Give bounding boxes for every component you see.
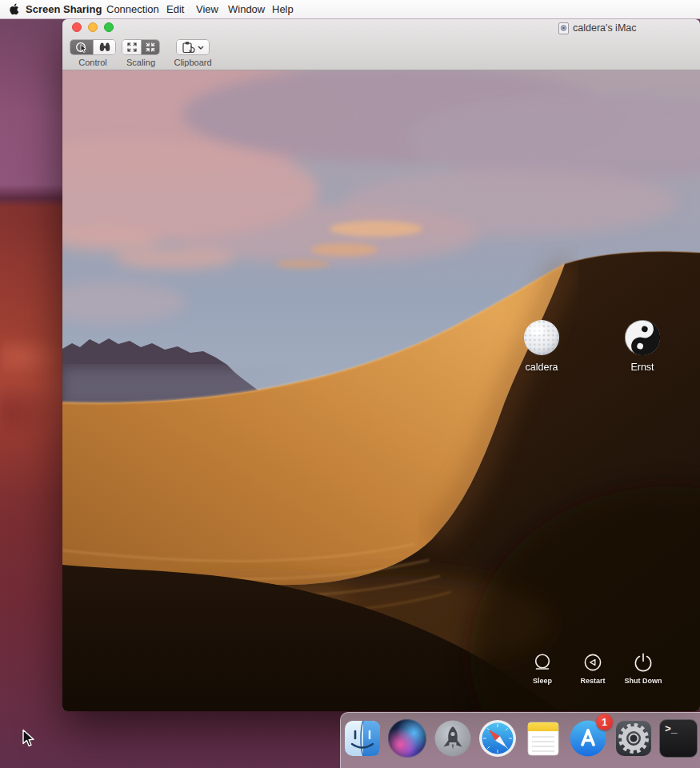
dock-item-app-store[interactable]: 1 [569,719,607,758]
dock: 1 >_ [340,712,700,768]
actual-size-expand-icon [126,41,138,54]
sleep-button[interactable]: Sleep [514,652,570,685]
finder-icon [343,719,382,758]
siri-icon [388,719,426,758]
menu-item-window[interactable]: Window [228,0,265,18]
fit-to-window-button[interactable] [141,40,159,54]
power-icon [633,652,654,673]
restart-icon [582,652,603,673]
menu-item-help[interactable]: Help [272,0,294,18]
launchpad-rocket-icon [434,719,472,758]
toolbar-group-clipboard: Clipboard [165,39,221,67]
close-button[interactable] [72,22,82,32]
user-caldera[interactable]: caldera [506,319,578,373]
dock-item-notes[interactable] [524,719,562,758]
yin-yang-avatar[interactable] [624,319,661,356]
dock-item-terminal[interactable]: >_ [659,719,698,758]
golf-ball-avatar[interactable] [523,319,560,356]
mouse-cursor [22,729,36,748]
user-ernst[interactable]: Ernst [606,319,678,373]
app-store-badge: 1 [596,714,613,730]
menu-item-connection[interactable]: Connection [106,0,159,18]
restart-button[interactable]: Restart [565,652,621,685]
clipboard-button[interactable] [177,40,209,54]
screen-sharing-window[interactable]: caldera's iMac [62,19,700,711]
window-title: caldera's iMac [573,22,637,34]
apple-logo-icon[interactable] [9,3,20,16]
notes-icon [524,719,562,758]
user-name-label: caldera [506,362,578,373]
screen-sharing-document-icon [558,22,569,34]
observe-mode-button[interactable] [93,40,115,54]
window-chrome: caldera's iMac [62,19,700,70]
window-title-row: caldera's iMac [558,19,637,37]
dock-item-siri[interactable] [388,719,426,758]
mojave-dune-wallpaper [62,70,700,711]
safari-compass-icon [478,719,517,758]
observe-binoculars-icon [98,41,111,54]
menu-item-view[interactable]: View [196,0,218,18]
menu-bar: Screen Sharing Connection Edit View Wind… [0,0,700,19]
shut-down-button[interactable]: Shut Down [615,652,671,685]
chevron-down-icon [198,46,203,49]
sleep-label: Sleep [514,677,570,685]
menu-item-screen-sharing[interactable]: Screen Sharing [26,0,102,18]
fit-to-window-collapse-icon [144,41,157,54]
menu-item-edit[interactable]: Edit [166,0,184,18]
user-name-label: Ernst [606,362,678,373]
dock-item-safari[interactable] [478,719,517,758]
control-mode-button[interactable] [70,40,93,54]
shut-down-label: Shut Down [615,677,671,685]
traffic-lights [72,22,114,32]
clipboard-icon [181,41,205,54]
control-cursor-icon [75,41,88,54]
terminal-icon: >_ [659,719,698,758]
restart-label: Restart [565,677,621,685]
dock-item-system-preferences[interactable] [614,719,653,758]
dock-item-launchpad[interactable] [434,719,472,758]
terminal-prompt-glyph: >_ [665,723,678,735]
dock-item-finder[interactable] [343,719,382,758]
minimize-button[interactable] [88,22,98,32]
toolbar-label-clipboard: Clipboard [174,58,211,67]
gear-icon [614,719,653,758]
actual-size-button[interactable] [122,40,141,54]
toolbar-label-control: Control [78,58,106,67]
toolbar-group-scaling: Scaling [113,39,169,67]
sleep-icon [532,652,553,673]
toolbar-label-scaling: Scaling [126,58,155,67]
zoom-button[interactable] [104,22,114,32]
remote-screen[interactable]: caldera Ernst [62,70,700,711]
